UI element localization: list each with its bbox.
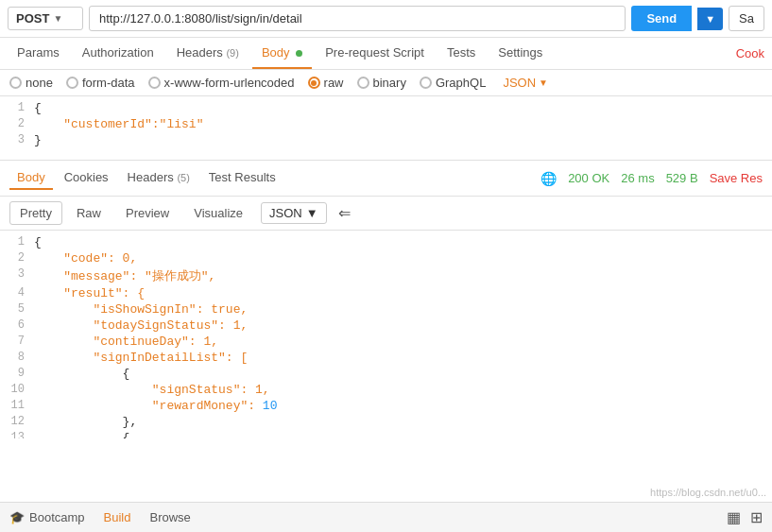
resp-json-caret: ▼ <box>306 206 318 220</box>
method-select[interactable]: POST ▼ <box>8 7 83 30</box>
tab-prerequest[interactable]: Pre-request Script <box>316 38 434 69</box>
cookies-link[interactable]: Cook <box>736 46 764 60</box>
browse-item[interactable]: Browse <box>149 510 190 524</box>
radio-binary[interactable]: binary <box>357 76 406 90</box>
top-bar: POST ▼ Send ▼ Sa <box>0 0 772 38</box>
radio-graphql[interactable]: GraphQL <box>420 76 486 90</box>
resp-line-12: 12 }, <box>0 414 772 430</box>
tab-headers[interactable]: Headers (9) <box>167 38 249 69</box>
request-code-editor[interactable]: 1 { 2 "customerId":"lisi" 3 } <box>0 96 772 161</box>
view-tab-visualize[interactable]: Visualize <box>183 201 253 225</box>
globe-icon[interactable]: 🌐 <box>540 171 557 186</box>
save-button[interactable]: Sa <box>729 6 764 31</box>
response-view-bar: Pretty Raw Preview Visualize JSON ▼ ⇐ <box>0 197 772 231</box>
code-line-1: 1 { <box>0 100 772 116</box>
watermark: https://blog.csdn.net/u0... <box>644 485 772 500</box>
resp-json-select[interactable]: JSON ▼ <box>261 202 327 224</box>
send-dropdown-button[interactable]: ▼ <box>697 8 723 30</box>
body-type-bar: none form-data x-www-form-urlencoded raw… <box>0 70 772 96</box>
radio-circle-binary <box>357 77 369 89</box>
layout-icon[interactable]: ▦ <box>727 508 741 526</box>
resp-line-5: 5 "isShowSignIn": true, <box>0 301 772 317</box>
code-line-2: 2 "customerId":"lisi" <box>0 116 772 132</box>
resp-tab-body[interactable]: Body <box>9 166 53 190</box>
tab-tests[interactable]: Tests <box>437 38 485 69</box>
json-type-dropdown[interactable]: JSON ▼ <box>503 76 548 90</box>
tab-settings[interactable]: Settings <box>489 38 552 69</box>
radio-circle-x-www <box>148 77 161 89</box>
radio-circle-raw <box>308 77 320 89</box>
resp-line-10: 10 "signStatus": 1, <box>0 382 772 398</box>
resp-line-8: 8 "signInDetailList": [ <box>0 350 772 366</box>
status-ok: 200 OK <box>568 171 609 185</box>
resp-line-13: 13 { <box>0 430 772 438</box>
radio-circle-form-data <box>66 77 78 89</box>
response-code-area[interactable]: 1 { 2 "code": 0, 3 "message": "操作成功", 4 … <box>0 231 772 438</box>
resp-tab-headers[interactable]: Headers (5) <box>120 166 197 190</box>
wrap-icon[interactable]: ⇐ <box>338 204 351 222</box>
resp-line-7: 7 "continueDay": 1, <box>0 334 772 350</box>
bootcamp-icon: 🎓 <box>9 510 25 524</box>
save-response-link[interactable]: Save Res <box>710 171 763 185</box>
resp-line-1: 1 { <box>0 234 772 250</box>
radio-x-www[interactable]: x-www-form-urlencoded <box>148 76 295 90</box>
code-line-3: 3 } <box>0 132 772 148</box>
split-icon[interactable]: ⊞ <box>750 508 763 526</box>
resp-line-3: 3 "message": "操作成功", <box>0 266 772 285</box>
build-item[interactable]: Build <box>104 510 131 524</box>
bottom-bar: 🎓 Bootcamp Build Browse ▦ ⊞ <box>0 502 772 532</box>
url-input[interactable] <box>89 6 626 31</box>
resp-line-11: 11 "rewardMoney": 10 <box>0 398 772 414</box>
view-tab-preview[interactable]: Preview <box>115 201 180 225</box>
radio-circle-none <box>9 77 22 89</box>
bootcamp-item[interactable]: 🎓 Bootcamp <box>9 510 85 524</box>
view-tab-raw[interactable]: Raw <box>66 201 112 225</box>
radio-none[interactable]: none <box>9 76 53 90</box>
response-stats: 🌐 200 OK 26 ms 529 B Save Res <box>540 171 763 186</box>
method-caret: ▼ <box>53 13 62 24</box>
bottom-right-icons: ▦ ⊞ <box>727 508 763 526</box>
tab-authorization[interactable]: Authorization <box>73 38 163 69</box>
radio-form-data[interactable]: form-data <box>66 76 135 90</box>
radio-raw[interactable]: raw <box>308 76 344 90</box>
request-tabs: Params Authorization Headers (9) Body Pr… <box>0 38 772 70</box>
send-button[interactable]: Send <box>631 6 692 31</box>
response-tabs: Body Cookies Headers (5) Test Results <box>9 166 283 190</box>
status-time: 26 ms <box>621 171 654 185</box>
tab-body[interactable]: Body <box>252 38 312 69</box>
resp-line-6: 6 "todaySignStatus": 1, <box>0 317 772 334</box>
status-size: 529 B <box>666 171 698 185</box>
body-dot <box>296 50 302 57</box>
resp-line-2: 2 "code": 0, <box>0 250 772 266</box>
json-dropdown-caret: ▼ <box>539 77 548 88</box>
view-tab-pretty[interactable]: Pretty <box>9 201 62 225</box>
resp-tab-test-results[interactable]: Test Results <box>201 166 283 190</box>
resp-tab-cookies[interactable]: Cookies <box>57 166 116 190</box>
response-status-bar: Body Cookies Headers (5) Test Results 🌐 … <box>0 161 772 197</box>
resp-line-9: 9 { <box>0 366 772 382</box>
method-label: POST <box>16 11 49 26</box>
radio-circle-graphql <box>420 77 432 89</box>
resp-line-4: 4 "result": { <box>0 285 772 301</box>
tab-params[interactable]: Params <box>8 38 69 69</box>
